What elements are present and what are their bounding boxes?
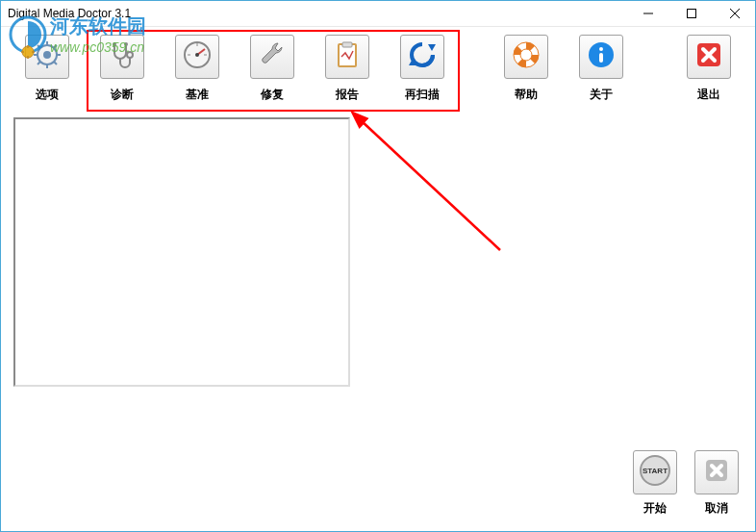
svg-rect-1 xyxy=(687,10,695,18)
bottom-button-group: START 开始 取消 xyxy=(633,450,739,517)
start-label: 开始 xyxy=(643,500,667,517)
maximize-button[interactable] xyxy=(669,0,713,27)
cancel-button[interactable] xyxy=(694,450,739,494)
minimize-button[interactable] xyxy=(626,0,669,27)
close-button[interactable] xyxy=(713,0,756,27)
cancel-x-icon xyxy=(701,455,732,490)
bottom-item-start: START 开始 xyxy=(633,450,677,517)
cancel-label: 取消 xyxy=(705,500,728,517)
start-icon: START xyxy=(638,453,672,492)
start-button[interactable]: START xyxy=(633,450,677,494)
bottom-item-cancel: 取消 xyxy=(694,450,739,517)
window-controls xyxy=(626,0,756,27)
svg-text:START: START xyxy=(643,467,668,475)
content-list-panel[interactable] xyxy=(13,117,350,387)
